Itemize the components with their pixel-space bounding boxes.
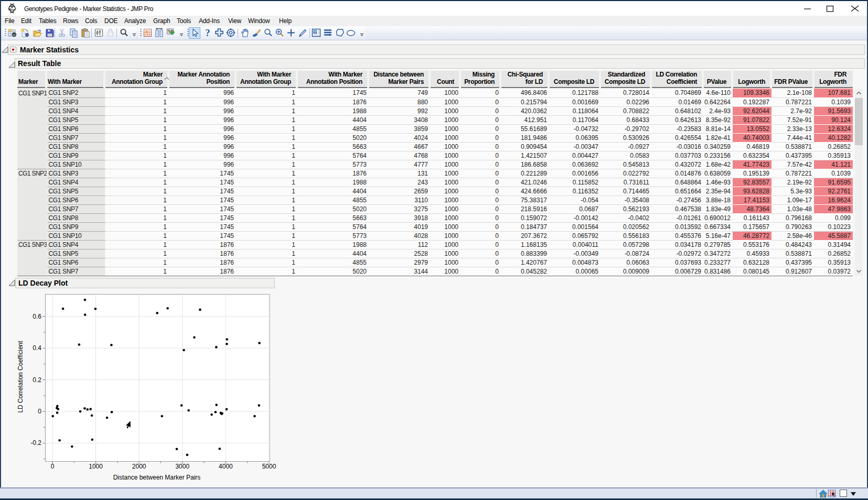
svg-text:0.2: 0.2 [33, 376, 41, 384]
svg-text:0: 0 [51, 463, 55, 470]
svg-text:0.4: 0.4 [33, 344, 41, 352]
svg-text:-0.2: -0.2 [30, 439, 41, 447]
svg-text:2000: 2000 [132, 463, 146, 470]
svg-text:0: 0 [38, 408, 41, 415]
svg-text:4000: 4000 [219, 463, 233, 470]
svg-text:Distance between Marker Pairs: Distance between Marker Pairs [113, 474, 201, 481]
svg-text:3000: 3000 [175, 463, 189, 470]
svg-text:LD Correlation Coefficient: LD Correlation Coefficient [17, 341, 24, 413]
svg-text:1000: 1000 [89, 463, 103, 470]
svg-text:5000: 5000 [262, 463, 276, 470]
svg-text:0.6: 0.6 [33, 313, 41, 320]
